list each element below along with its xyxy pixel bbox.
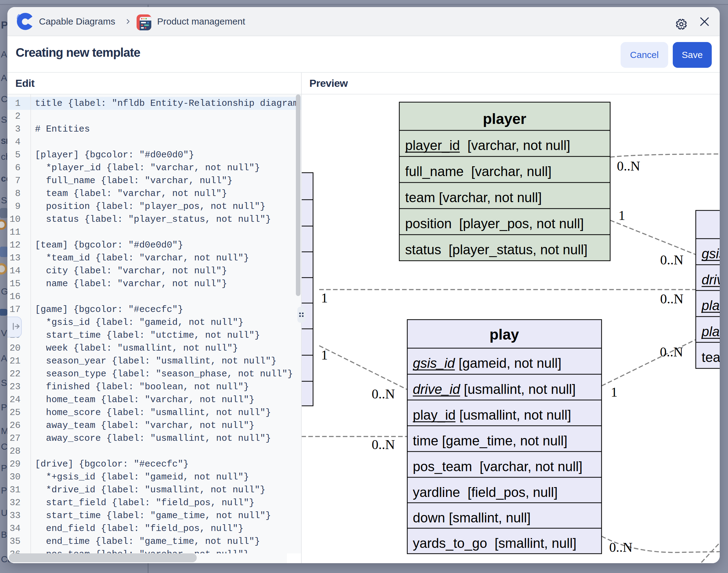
svg-text:gsis_id [gameid, not null]: gsis_id [gameid, not null]: [413, 356, 561, 371]
svg-text:player_id [varchar, not null]: player_id [varchar, not null]: [405, 138, 570, 153]
svg-text:play_id: play_id: [701, 298, 720, 313]
svg-text:0..N: 0..N: [660, 253, 683, 267]
svg-text:1: 1: [321, 291, 328, 306]
svg-text:drive_id: drive_id: [701, 272, 720, 287]
svg-text:yardline [field_pos, null]: yardline [field_pos, null]: [413, 485, 557, 500]
svg-text:0..N: 0..N: [372, 386, 395, 402]
svg-text:1: 1: [611, 385, 618, 400]
svg-text:player_id: player_id: [701, 324, 720, 339]
svg-text:pos_team [varchar, not null]: pos_team [varchar, not null]: [413, 459, 583, 474]
svg-text:gsis_id: gsis_id: [701, 246, 720, 261]
svg-text:time [game_time, not null]: time [game_time, not null]: [413, 433, 568, 448]
svg-text:yards_to_go [smallint, null]: yards_to_go [smallint, null]: [413, 535, 576, 551]
svg-text:0..N: 0..N: [660, 345, 683, 360]
svg-text:drive_id [usmallint, not null]: drive_id [usmallint, not null]: [413, 381, 576, 397]
svg-text:0..N: 0..N: [609, 540, 633, 555]
svg-text:1: 1: [619, 208, 625, 223]
svg-text:0..N: 0..N: [617, 159, 640, 174]
svg-text:0..N: 0..N: [660, 292, 683, 306]
svg-text:full_name [varchar, null]: full_name [varchar, null]: [405, 164, 551, 179]
svg-text:down [smallint, null]: down [smallint, null]: [413, 510, 531, 525]
svg-text:play_id [usmallint, not null]: play_id [usmallint, not null]: [413, 407, 571, 422]
svg-text:team [varchar, not null]: team [varchar, not null]: [405, 190, 542, 205]
svg-text:position [player_pos, not nul: position [player_pos, not null]: [405, 216, 584, 231]
svg-text:1: 1: [321, 348, 328, 363]
svg-text:team: team: [701, 350, 720, 365]
svg-text:status [player_status, not nu: status [player_status, not null]: [405, 242, 587, 257]
svg-text:play: play: [489, 326, 519, 343]
svg-text:0..N: 0..N: [372, 437, 395, 452]
svg-text:player: player: [483, 111, 526, 127]
